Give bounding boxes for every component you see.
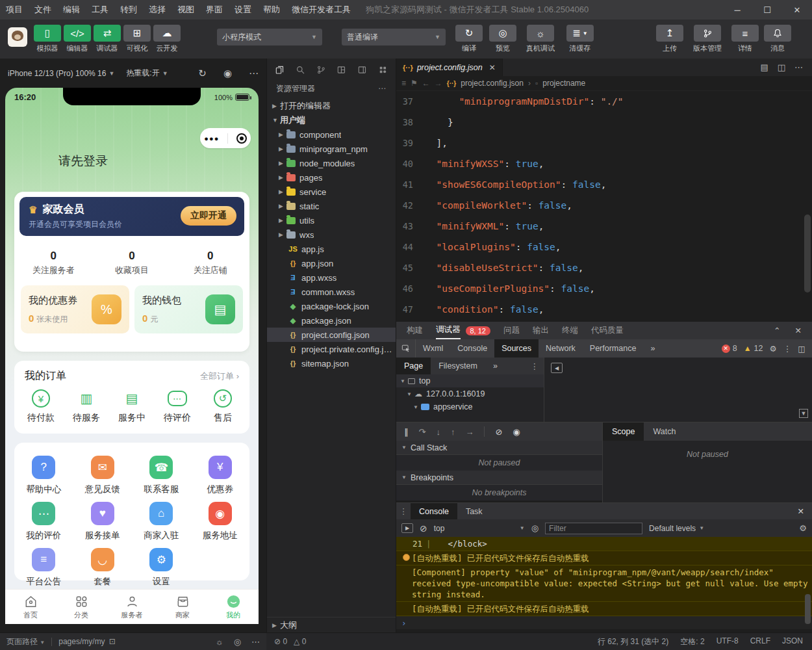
upload-button[interactable]: ↥ 上传 [653,25,686,53]
mode-dropdown[interactable]: 小程序模式 ▼ [217,29,322,46]
grid-item[interactable]: ♥ 服务接单 [73,502,133,541]
more-icon[interactable]: ⋯ [249,68,259,79]
console-message[interactable]: [自动热重载] 已开启代码文件保存后自动热重载 [396,551,812,566]
copy-icon[interactable]: ⊡ [109,637,116,646]
layout-icon[interactable] [336,64,346,75]
more-tabs-icon[interactable]: » [643,339,662,358]
grid-item[interactable]: ☎ 联系客服 [132,456,191,495]
preview-button[interactable]: ◎ 预览 [486,25,520,53]
close-tab-icon[interactable]: ✕ [489,63,496,72]
kebab-menu-icon[interactable]: ⋮ [396,506,411,516]
grid-item[interactable]: ¥ 优惠券 [191,456,250,495]
grid-item[interactable]: ≡ 平台公告 [14,548,73,588]
menu-item[interactable]: 界面 [200,4,229,16]
login-prompt[interactable]: 请先登录 [58,153,108,170]
levels-dropdown[interactable]: Default levels▼ [649,524,704,533]
wallet-card[interactable]: 我的钱包 0元 ▤ [134,285,243,333]
filter-input[interactable] [545,523,642,534]
tree-file[interactable]: JS app.js [267,242,396,256]
scrollbar[interactable] [805,594,811,624]
deactivate-breakpoints-icon[interactable]: ⊘ [495,427,502,437]
more-tabs-icon[interactable]: » [485,358,505,374]
order-pending-pay[interactable]: ¥ 待付款 [21,388,61,424]
tab-scope[interactable]: Scope [603,422,644,441]
tree-file[interactable]: Ǝ app.wxss [267,270,396,285]
collapse-panel-icon[interactable]: ⌃ [774,326,780,335]
tab-merchant[interactable]: 商家 [157,590,208,624]
encoding-setting[interactable]: UTF-8 [717,636,739,647]
tree-folder[interactable]: ▶ wxs [267,228,396,242]
language-mode[interactable]: JSON [782,636,803,647]
code-line[interactable]: 38 } [396,112,812,133]
grid-item[interactable]: ◉ 服务地址 [191,502,250,541]
devtools-tab[interactable]: Network [539,339,583,358]
outline-section[interactable]: ▶ 大纲 [267,617,396,632]
compile-button[interactable]: ↻ 编译 [452,25,486,53]
forward-arrow-icon[interactable]: → [435,79,442,88]
step-over-icon[interactable]: ↷ [419,427,426,437]
warning-count-icon[interactable]: ▲ [744,344,752,353]
tab-console[interactable]: Console [411,503,457,519]
grid-item[interactable]: ✉ 意见反馈 [73,456,133,495]
code-line[interactable]: 40 "minifyWXSS": true, [396,153,812,174]
code-line[interactable]: 44 "localPlugins": false, [396,237,812,257]
menu-item[interactable]: 转到 [114,4,143,16]
close-console-icon[interactable]: ✕ [798,506,812,516]
tree-file[interactable]: ◆ package.json [267,313,396,328]
editor-tab[interactable]: {··} project.config.json ✕ [396,58,503,76]
menu-item[interactable]: 编辑 [57,4,86,16]
menu-item[interactable]: 项目 [0,4,29,16]
menu-item[interactable]: 选择 [143,4,171,16]
inspect-icon[interactable] [396,339,416,358]
console-code-row[interactable]: 21 | </block> [396,537,812,551]
tree-open-editors[interactable]: ▶ 打开的编辑器 [267,99,396,113]
grid-item[interactable]: ⚙ 设置 [132,548,191,588]
eye-icon[interactable]: ◎ [234,637,241,647]
menu-item[interactable]: 文件 [29,4,57,16]
pause-on-exceptions-icon[interactable]: ◉ [513,427,520,437]
gear-icon[interactable]: ⚙ [799,523,807,533]
tree-file[interactable]: {} app.json [267,256,396,270]
tab-filesystem[interactable]: Filesystem [431,358,485,374]
eye-icon[interactable]: ◎ [531,523,539,533]
tab-category[interactable]: 分类 [56,590,107,624]
user-avatar[interactable] [8,27,27,47]
breakpoints-header[interactable]: ▼Breakpoints [396,471,602,485]
gear-icon[interactable]: ⚙ [769,344,776,354]
all-orders-link[interactable]: 全部订单 › [200,370,239,382]
back-arrow-icon[interactable]: ← [422,79,430,88]
more-icon[interactable]: ⋯ [378,84,387,93]
code-line[interactable]: 45 "disableUseStrict": false, [396,257,812,278]
tab-debugger[interactable]: 调试器 [436,322,461,339]
tree-folder[interactable]: ▶ utils [267,213,396,228]
grid-item[interactable]: ⌂ 商家入驻 [132,502,191,541]
search-icon[interactable] [296,64,305,75]
order-aftersale[interactable]: ↺ 售后 [203,388,243,424]
console-prompt[interactable]: › [396,616,812,629]
frame-top[interactable]: ▼ top [396,374,544,387]
source-control-icon[interactable] [316,64,326,75]
devtools-tab[interactable]: Wxml [416,339,450,358]
grid-item[interactable]: ◡ 套餐 [73,548,133,588]
kebab-menu-icon[interactable]: ⋮ [783,344,792,354]
close-button[interactable]: ✕ [782,0,812,20]
code-editor[interactable]: 37 "miniprogramNpmDistDir": "./" 38 } 39… [396,91,812,322]
menu-item[interactable]: 帮助 [257,4,286,16]
tree-folder[interactable]: ▶ node_modules [267,156,396,170]
file-actions-icon[interactable]: ▤ [760,62,768,72]
more-actions-icon[interactable]: ⋯ [794,62,803,72]
breadcrumb-node[interactable]: projectname [542,79,585,88]
detail-button[interactable]: ≡ 详情 [729,25,761,53]
tab-home[interactable]: 首页 [5,590,56,624]
menu-item[interactable]: 视图 [171,4,200,16]
tree-folder[interactable]: ▶ miniprogram_npm [267,142,396,156]
bug-icon[interactable]: ☼ [216,637,223,647]
tree-file[interactable]: {} project.private.config.js… [267,342,396,356]
code-line[interactable]: 37 "miniprogramNpmDistDir": "./" [396,91,812,112]
capsule-more-icon[interactable]: ●●● [204,135,219,142]
tab-quality[interactable]: 代码质量 [591,325,624,336]
tab-build[interactable]: 构建 [407,325,423,336]
version-button[interactable]: 版本管理 [686,25,729,53]
context-dropdown[interactable]: top▼ [434,524,525,533]
kebab-menu-icon[interactable]: ⋮ [531,361,544,371]
